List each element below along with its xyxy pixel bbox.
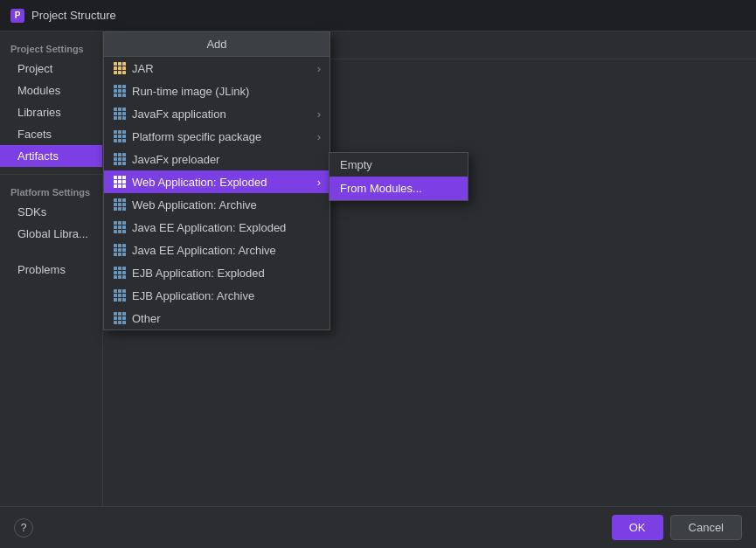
bottom-bar: ? OK Cancel [0,506,756,548]
web-archive-icon [113,198,127,212]
window-title: Project Structure [31,9,116,22]
content-area: + − ⧉ Add JAR › Run-time image (JLink) [103,31,756,506]
web-exploded-icon [113,175,127,189]
submenu: Empty From Modules... [329,152,468,201]
sidebar-item-libraries[interactable]: Libraries [0,101,102,123]
dropdown-item-platform-pkg[interactable]: Platform specific package › [104,125,329,148]
dropdown-item-javaee-exploded[interactable]: Java EE Application: Exploded [104,216,329,239]
jar-icon [113,61,127,75]
preloader-icon [113,152,127,166]
problems-section: Problems [0,259,102,281]
dropdown-item-javaee-archive[interactable]: Java EE Application: Archive [104,239,329,261]
help-button[interactable]: ? [14,518,33,538]
sidebar-item-global-libraries[interactable]: Global Libra... [0,223,102,245]
submenu-item-empty[interactable]: Empty [329,153,468,177]
submenu-item-from-modules[interactable]: From Modules... [329,177,468,200]
platform-settings-section: Platform Settings SDKs Global Libra... [0,174,102,245]
dropdown-item-javafx-preloader[interactable]: JavaFx preloader [104,148,329,170]
arrow-icon: › [317,130,321,143]
other-icon [113,311,127,325]
sidebar: Project Settings Project Modules Librari… [0,31,103,506]
dropdown-item-web-exploded[interactable]: Web Application: Exploded › [104,170,329,193]
dropdown-item-javafx-app[interactable]: JavaFx application › [104,102,329,125]
bottom-actions: OK Cancel [612,515,742,540]
arrow-icon: › [317,62,321,75]
main-container: Project Settings Project Modules Librari… [0,31,756,506]
add-dropdown: Add JAR › Run-time image (JLink) [103,31,330,330]
sidebar-item-sdks[interactable]: SDKs [0,201,102,223]
ejb-archive-icon [113,288,127,302]
runtime-icon [113,84,127,98]
arrow-icon: › [317,108,321,121]
dropdown-item-runtime[interactable]: Run-time image (JLink) [104,80,329,102]
sidebar-item-facets[interactable]: Facets [0,123,102,145]
dropdown-item-web-archive[interactable]: Web Application: Archive [104,193,329,216]
dropdown-header: Add [104,32,329,57]
title-bar: P Project Structure [0,0,756,31]
sidebar-item-artifacts[interactable]: Artifacts [0,145,102,167]
arrow-icon: › [317,176,321,189]
ejb-exploded-icon [113,266,127,280]
platform-settings-label: Platform Settings [0,182,102,201]
cancel-button[interactable]: Cancel [670,515,742,540]
javaee-archive-icon [113,243,127,257]
dropdown-item-other[interactable]: Other [104,307,329,329]
dropdown-item-ejb-exploded[interactable]: EJB Application: Exploded [104,261,329,284]
ok-button[interactable]: OK [612,515,663,540]
javaee-exploded-icon [113,220,127,234]
dropdown-item-ejb-archive[interactable]: EJB Application: Archive [104,284,329,307]
platform-pkg-icon [113,129,127,143]
javafx-app-icon [113,107,127,121]
dropdown-item-jar[interactable]: JAR › [104,57,329,80]
sidebar-item-modules[interactable]: Modules [0,80,102,101]
sidebar-item-project[interactable]: Project [0,58,102,80]
app-icon: P [10,9,24,23]
sidebar-item-problems[interactable]: Problems [0,259,102,281]
project-settings-label: Project Settings [0,38,102,58]
